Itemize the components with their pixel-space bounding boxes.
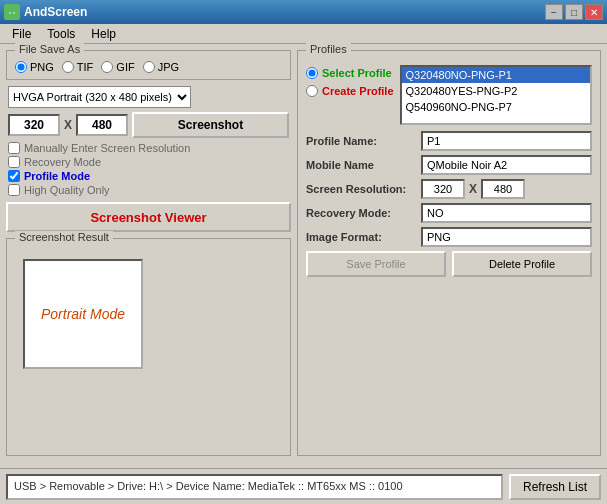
svg-line-3 [15, 7, 16, 9]
svg-point-5 [13, 12, 15, 14]
high-quality-checkbox[interactable] [8, 184, 20, 196]
checkbox-group: Manually Enter Screen Resolution Recover… [8, 142, 289, 196]
format-gif-label[interactable]: GIF [101, 61, 134, 73]
recovery-mode-checkbox[interactable] [8, 156, 20, 168]
profile-mode-text: Profile Mode [24, 170, 90, 182]
create-profile-text: Create Profile [322, 85, 394, 97]
svg-point-4 [9, 12, 11, 14]
profile-buttons: Save Profile Delete Profile [306, 251, 592, 277]
create-profile-label[interactable]: Create Profile [306, 85, 394, 97]
format-radio-group: PNG TIF GIF JPG [15, 61, 282, 73]
manually-enter-text: Manually Enter Screen Resolution [24, 142, 190, 154]
screenshot-result-group: Screenshot Result Portrait Mode [6, 238, 291, 456]
resolution-input-row: X Screenshot [8, 112, 289, 138]
format-png-text: PNG [30, 61, 54, 73]
profile-list[interactable]: Q320480NO-PNG-P1 Q320480YES-PNG-P2 Q5409… [400, 65, 592, 125]
status-bar: USB > Removable > Drive: H:\ > Device Na… [0, 468, 607, 504]
mobile-name-row: Mobile Name [306, 155, 592, 175]
minimize-button[interactable]: − [545, 4, 563, 20]
mobile-name-input[interactable] [421, 155, 592, 175]
recovery-mode-row: Recovery Mode: [306, 203, 592, 223]
screenshot-button[interactable]: Screenshot [132, 112, 289, 138]
status-text: USB > Removable > Drive: H:\ > Device Na… [6, 474, 503, 500]
refresh-list-button[interactable]: Refresh List [509, 474, 601, 500]
high-quality-text: High Quality Only [24, 184, 110, 196]
image-format-row: Image Format: [306, 227, 592, 247]
title-bar: AndScreen − □ ✕ [0, 0, 607, 24]
title-controls: − □ ✕ [545, 4, 603, 20]
screenshot-viewer-button[interactable]: Screenshot Viewer [6, 202, 291, 232]
screen-resolution-inputs: X [421, 179, 525, 199]
format-jpg-text: JPG [158, 61, 179, 73]
profile-list-item-2[interactable]: Q540960NO-PNG-P7 [402, 99, 590, 115]
save-profile-button[interactable]: Save Profile [306, 251, 446, 277]
select-profile-text: Select Profile [322, 67, 392, 79]
profile-name-row: Profile Name: [306, 131, 592, 151]
menu-help[interactable]: Help [83, 25, 124, 43]
mobile-name-label: Mobile Name [306, 159, 421, 171]
preset-resolution-select[interactable]: HVGA Portrait (320 x 480 pixels)QVGA Por… [8, 86, 191, 108]
format-gif-text: GIF [116, 61, 134, 73]
format-tif-radio[interactable] [62, 61, 74, 73]
screenshot-preview: Portrait Mode [23, 259, 143, 369]
portrait-mode-text: Portrait Mode [41, 306, 125, 322]
recovery-mode-field-label: Recovery Mode: [306, 207, 421, 219]
menu-tools[interactable]: Tools [39, 25, 83, 43]
recovery-mode-input[interactable] [421, 203, 592, 223]
profiles-group: Profiles Select Profile Create Profile Q… [297, 50, 601, 456]
delete-profile-button[interactable]: Delete Profile [452, 251, 592, 277]
x-separator: X [64, 118, 72, 132]
android-icon [4, 4, 20, 20]
format-png-label[interactable]: PNG [15, 61, 54, 73]
profile-name-input[interactable] [421, 131, 592, 151]
main-content: File Save As PNG TIF GIF JPG [0, 44, 607, 462]
res-x-label: X [469, 182, 477, 196]
format-png-radio[interactable] [15, 61, 27, 73]
screen-height-input[interactable] [481, 179, 525, 199]
screen-resolution-row: Screen Resolution: X [306, 179, 592, 199]
file-save-as-group: File Save As PNG TIF GIF JPG [6, 50, 291, 80]
format-tif-label[interactable]: TIF [62, 61, 94, 73]
profiles-title: Profiles [306, 43, 351, 55]
right-panel: Profiles Select Profile Create Profile Q… [297, 50, 601, 456]
height-input[interactable] [76, 114, 128, 136]
menu-file[interactable]: File [4, 25, 39, 43]
screenshot-result-title: Screenshot Result [15, 231, 113, 243]
profile-name-label: Profile Name: [306, 135, 421, 147]
recovery-mode-label[interactable]: Recovery Mode [8, 156, 289, 168]
menu-bar: File Tools Help [0, 24, 607, 44]
image-format-input[interactable] [421, 227, 592, 247]
svg-rect-1 [8, 11, 16, 16]
title-bar-left: AndScreen [4, 4, 87, 20]
format-tif-text: TIF [77, 61, 94, 73]
screen-width-input[interactable] [421, 179, 465, 199]
manually-enter-checkbox[interactable] [8, 142, 20, 154]
screen-resolution-label: Screen Resolution: [306, 183, 421, 195]
window-title: AndScreen [24, 5, 87, 19]
manually-enter-label[interactable]: Manually Enter Screen Resolution [8, 142, 289, 154]
format-jpg-radio[interactable] [143, 61, 155, 73]
file-save-as-title: File Save As [15, 43, 84, 55]
profile-mode-label[interactable]: Profile Mode [8, 170, 289, 182]
profile-mode-checkbox[interactable] [8, 170, 20, 182]
profile-list-area: Select Profile Create Profile Q320480NO-… [306, 65, 592, 125]
profile-radio-col: Select Profile Create Profile [306, 65, 394, 125]
left-panel: File Save As PNG TIF GIF JPG [6, 50, 291, 456]
format-gif-radio[interactable] [101, 61, 113, 73]
create-profile-radio[interactable] [306, 85, 318, 97]
close-button[interactable]: ✕ [585, 4, 603, 20]
svg-line-2 [8, 7, 9, 9]
select-profile-radio[interactable] [306, 67, 318, 79]
high-quality-label[interactable]: High Quality Only [8, 184, 289, 196]
profile-list-item-1[interactable]: Q320480YES-PNG-P2 [402, 83, 590, 99]
maximize-button[interactable]: □ [565, 4, 583, 20]
format-jpg-label[interactable]: JPG [143, 61, 179, 73]
width-input[interactable] [8, 114, 60, 136]
profile-list-item-0[interactable]: Q320480NO-PNG-P1 [402, 67, 590, 83]
image-format-label: Image Format: [306, 231, 421, 243]
select-profile-label[interactable]: Select Profile [306, 67, 394, 79]
recovery-mode-text: Recovery Mode [24, 156, 101, 168]
resolution-section: HVGA Portrait (320 x 480 pixels)QVGA Por… [6, 86, 291, 196]
